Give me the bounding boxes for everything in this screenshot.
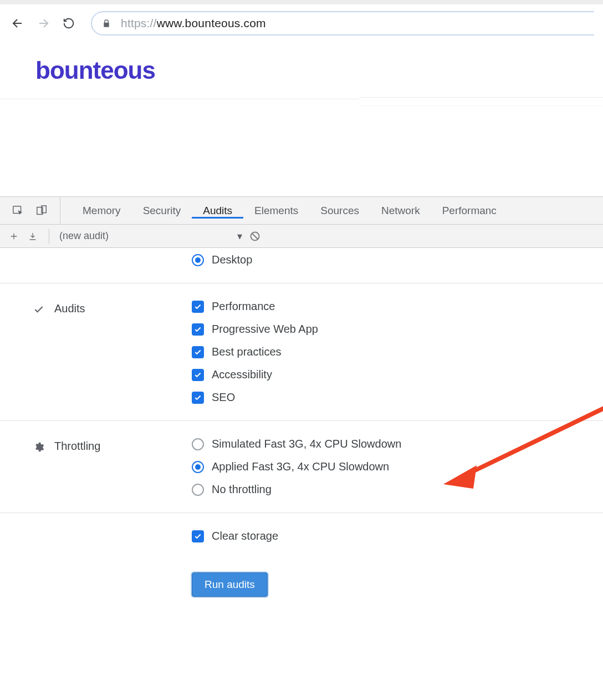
logo[interactable]: bounteous <box>35 57 568 84</box>
throttling-option-simulated[interactable]: Simulated Fast 3G, 4x CPU Slowdown <box>192 438 581 450</box>
url-host: www.bounteous.com <box>157 17 266 29</box>
run-section: Clear storage Run audits <box>0 513 603 630</box>
audits-section: Audits Performance Progressive Web App B… <box>0 283 603 421</box>
tab-memory[interactable]: Memory <box>71 203 132 219</box>
clear-storage-checkbox[interactable]: Clear storage <box>192 530 581 542</box>
address-bar-url: https://www.bounteous.com <box>121 17 266 30</box>
radio-checked-icon <box>192 254 204 266</box>
download-icon[interactable] <box>27 231 39 242</box>
radio-label: Simulated Fast 3G, 4x CPU Slowdown <box>212 438 401 450</box>
chevron-down-icon: ▾ <box>237 230 242 242</box>
audit-checkbox-seo[interactable]: SEO <box>192 391 581 404</box>
throttling-option-none[interactable]: No throttling <box>192 483 581 496</box>
throttling-section-label: Throttling <box>54 440 100 453</box>
checkbox-checked-icon <box>192 301 204 313</box>
radio-unchecked-icon <box>192 438 204 450</box>
address-bar[interactable]: https://www.bounteous.com <box>91 11 594 35</box>
throttling-option-applied[interactable]: Applied Fast 3G, 4x CPU Slowdown <box>192 460 581 473</box>
radio-label: No throttling <box>212 483 272 496</box>
checkbox-checked-icon <box>192 369 204 381</box>
tab-network[interactable]: Network <box>370 203 431 219</box>
checkbox-label: Progressive Web App <box>212 323 318 336</box>
audits-section-label: Audits <box>54 302 85 315</box>
tab-performance[interactable]: Performanc <box>431 203 508 219</box>
checkbox-checked-icon <box>192 323 204 336</box>
audits-body: Desktop Audits Performance Progressive W… <box>0 248 603 630</box>
browser-chrome: https://www.bounteous.com <box>0 0 603 44</box>
audit-checkbox-pwa[interactable]: Progressive Web App <box>192 323 581 336</box>
device-section: Desktop <box>0 248 603 283</box>
reload-button[interactable] <box>62 17 75 30</box>
audit-checkbox-performance[interactable]: Performance <box>192 300 581 313</box>
audit-checkbox-accessibility[interactable]: Accessibility <box>192 368 581 381</box>
checkbox-label: SEO <box>212 391 235 404</box>
devtools-panel: Memory Security Audits Elements Sources … <box>0 196 603 630</box>
checkbox-label: Best practices <box>212 346 282 358</box>
inspect-element-icon[interactable] <box>12 205 24 217</box>
lock-icon <box>102 19 111 28</box>
page-content-area <box>0 99 603 196</box>
audit-checkbox-best-practices[interactable]: Best practices <box>192 346 581 358</box>
run-audits-button[interactable]: Run audits <box>192 572 268 597</box>
checkbox-checked-icon <box>192 346 204 358</box>
throttling-section: Throttling Simulated Fast 3G, 4x CPU Slo… <box>0 421 603 513</box>
devtools-tablist: Memory Security Audits Elements Sources … <box>60 203 508 219</box>
checkbox-checked-icon <box>192 530 204 542</box>
devtools-tab-bar: Memory Security Audits Elements Sources … <box>0 197 603 225</box>
device-toolbar-icon[interactable] <box>35 205 48 217</box>
device-option-label: Desktop <box>212 253 252 266</box>
url-scheme: https:// <box>121 17 157 29</box>
radio-label: Applied Fast 3G, 4x CPU Slowdown <box>212 460 389 473</box>
audits-section-header: Audits <box>33 300 166 404</box>
checkbox-checked-icon <box>192 392 204 404</box>
tab-audits[interactable]: Audits <box>192 203 243 219</box>
toolbar-divider <box>49 229 49 244</box>
run-section-header <box>33 530 166 597</box>
back-button[interactable] <box>11 17 24 30</box>
check-icon <box>33 304 45 318</box>
devtools-left-icons <box>0 197 60 224</box>
checkbox-label: Clear storage <box>212 530 278 542</box>
page-header: bounteous <box>0 44 603 99</box>
checkbox-label: Accessibility <box>212 368 272 381</box>
radio-checked-icon <box>192 461 204 473</box>
checkbox-label: Performance <box>212 300 275 313</box>
device-section-header <box>33 253 166 266</box>
browser-toolbar: https://www.bounteous.com <box>0 4 603 44</box>
tab-security[interactable]: Security <box>132 203 192 219</box>
clear-icon[interactable] <box>249 231 261 242</box>
throttling-section-header: Throttling <box>33 438 166 496</box>
tab-sources[interactable]: Sources <box>309 203 370 219</box>
gear-icon <box>33 442 45 455</box>
radio-unchecked-icon <box>192 484 204 496</box>
device-option-desktop[interactable]: Desktop <box>192 253 581 266</box>
audit-dropdown-label: (new audit) <box>59 230 109 242</box>
tab-elements[interactable]: Elements <box>243 203 309 219</box>
audit-dropdown[interactable]: (new audit) ▾ <box>59 230 242 242</box>
forward-button[interactable] <box>37 17 50 30</box>
audits-toolbar: (new audit) ▾ <box>0 225 603 248</box>
plus-icon[interactable] <box>8 231 20 242</box>
